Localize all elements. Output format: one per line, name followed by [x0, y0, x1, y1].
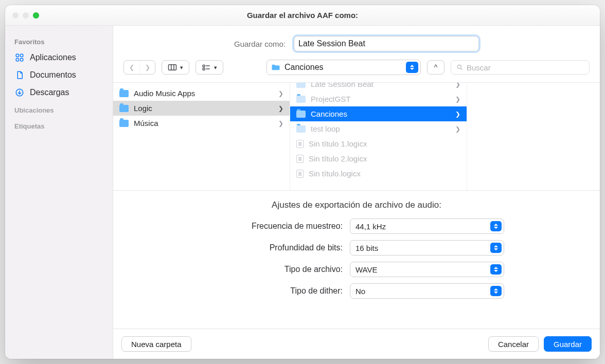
browser-column-2[interactable]: Late Session Beat ❯ ProjectGST ❯ Cancion… — [290, 83, 467, 190]
titlebar: Guardar el archivo AAF como: — [5, 5, 600, 26]
item-label: Late Session Beat — [311, 83, 373, 88]
save-as-input[interactable] — [294, 36, 479, 51]
save-button[interactable]: Guardar — [544, 336, 592, 352]
search-input[interactable] — [467, 63, 584, 72]
folder-item[interactable]: Logic ❯ — [113, 101, 290, 116]
select-value: WAVE — [355, 265, 378, 274]
file-icon — [296, 155, 304, 163]
sidebar-item-label: Documentos — [30, 70, 76, 80]
folder-item[interactable]: Audio Music Apps ❯ — [113, 86, 290, 101]
item-label: Música — [134, 119, 158, 128]
chevron-right-icon: ❯ — [278, 90, 283, 97]
file-icon — [296, 170, 304, 178]
chevron-left-icon: ❮ — [129, 64, 134, 70]
new-folder-button[interactable]: Nueva carpeta — [121, 336, 191, 352]
dither-select[interactable]: No — [350, 283, 504, 299]
sidebar-heading-locations: Ubicaciones — [10, 102, 108, 116]
folder-icon — [296, 96, 306, 103]
item-label: Sin título.logicx — [309, 169, 361, 178]
setting-label-sample-rate: Frecuencia de muestreo: — [209, 222, 343, 231]
chevron-right-icon: ❯ — [455, 125, 460, 133]
view-columns-button[interactable]: ▾ — [162, 60, 189, 75]
folder-item[interactable]: Late Session Beat ❯ — [290, 83, 467, 92]
nav-back-button[interactable]: ❮ — [124, 61, 139, 74]
chevron-right-icon: ❯ — [455, 111, 460, 118]
sidebar: Favoritos Aplicaciones Documentos — [5, 26, 113, 359]
chevron-down-icon: ▾ — [214, 66, 217, 69]
app-grid-icon — [14, 52, 25, 63]
svg-rect-2 — [16, 59, 19, 61]
chevron-right-icon: ❯ — [278, 120, 283, 127]
window-title: Guardar el archivo AAF como: — [5, 11, 600, 20]
sidebar-heading-tags: Etiquetas — [10, 118, 108, 132]
download-icon — [14, 87, 25, 98]
select-value: No — [355, 287, 365, 296]
item-label: ProjectGST — [311, 95, 351, 103]
nav-forward-button[interactable]: ❯ — [139, 61, 155, 74]
sidebar-item-label: Descargas — [30, 88, 69, 97]
sidebar-item-applications[interactable]: Aplicaciones — [10, 50, 108, 65]
svg-rect-1 — [21, 54, 23, 57]
folder-icon — [296, 125, 306, 133]
chevron-up-icon: ^ — [434, 63, 438, 71]
search-icon — [456, 64, 464, 71]
document-icon — [14, 70, 25, 80]
stepper-icon — [490, 221, 502, 231]
folder-item[interactable]: ProjectGST ❯ — [290, 92, 467, 106]
chevron-right-icon: ❯ — [455, 83, 460, 88]
folder-item-selected[interactable]: Canciones ❯ — [290, 106, 467, 121]
chevron-right-icon: ❯ — [278, 105, 283, 112]
browser-column-3[interactable] — [467, 83, 600, 190]
finder-toolbar: ❮ ❯ ▾ ▾ — [113, 56, 600, 82]
svg-rect-5 — [169, 65, 176, 70]
folder-icon — [296, 111, 306, 118]
bit-depth-select[interactable]: 16 bits — [350, 240, 504, 256]
sample-rate-select[interactable]: 44,1 kHz — [350, 219, 504, 234]
stepper-icon — [490, 243, 502, 253]
path-popup[interactable]: Canciones — [266, 60, 421, 75]
folder-item[interactable]: Música ❯ — [113, 116, 290, 131]
folder-icon — [119, 105, 129, 112]
group-icon — [202, 64, 211, 71]
file-item[interactable]: Sin título 1.logicx — [290, 136, 467, 151]
stepper-icon — [406, 62, 418, 73]
item-label: Logic — [134, 104, 152, 113]
sidebar-item-documents[interactable]: Documentos — [10, 67, 108, 83]
column-browser: Audio Music Apps ❯ Logic ❯ Música ❯ — [113, 82, 600, 190]
item-label: Sin título 1.logicx — [309, 139, 367, 148]
svg-rect-0 — [16, 54, 19, 57]
svg-rect-7 — [203, 68, 205, 70]
folder-icon — [119, 90, 129, 97]
svg-point-8 — [457, 65, 461, 68]
nav-back-forward: ❮ ❯ — [123, 60, 155, 75]
folder-icon — [296, 83, 306, 88]
sidebar-item-downloads[interactable]: Descargas — [10, 85, 108, 100]
stepper-icon — [490, 286, 502, 296]
chevron-down-icon: ▾ — [180, 66, 183, 69]
item-label: Canciones — [311, 110, 347, 118]
export-settings: Ajustes de exportación de archivo de aud… — [113, 190, 600, 303]
item-label: Audio Music Apps — [134, 89, 195, 98]
save-as-label: Guardar como: — [234, 40, 286, 48]
select-value: 16 bits — [355, 244, 378, 252]
search-field[interactable] — [451, 60, 590, 75]
svg-rect-3 — [21, 59, 23, 61]
file-icon — [296, 140, 304, 148]
save-dialog-window: Guardar el archivo AAF como: Favoritos A… — [5, 5, 600, 359]
file-type-select[interactable]: WAVE — [350, 262, 504, 277]
browser-column-1[interactable]: Audio Music Apps ❯ Logic ❯ Música ❯ — [113, 83, 290, 190]
setting-label-bit-depth: Profundidad de bits: — [209, 243, 343, 252]
cancel-button[interactable]: Cancelar — [488, 336, 539, 352]
collapse-button[interactable]: ^ — [427, 60, 444, 75]
svg-rect-6 — [203, 65, 205, 67]
item-label: test loop — [311, 124, 340, 133]
save-as-row: Guardar como: — [113, 26, 600, 56]
select-value: 44,1 kHz — [355, 222, 386, 231]
file-item[interactable]: Sin título 2.logicx — [290, 151, 467, 166]
setting-label-file-type: Tipo de archivo: — [209, 265, 343, 274]
file-item[interactable]: Sin título.logicx — [290, 166, 467, 181]
group-by-button[interactable]: ▾ — [195, 60, 223, 75]
sidebar-heading-favorites: Favoritos — [10, 34, 108, 48]
item-label: Sin título 2.logicx — [309, 154, 367, 163]
folder-item[interactable]: test loop ❯ — [290, 121, 467, 136]
